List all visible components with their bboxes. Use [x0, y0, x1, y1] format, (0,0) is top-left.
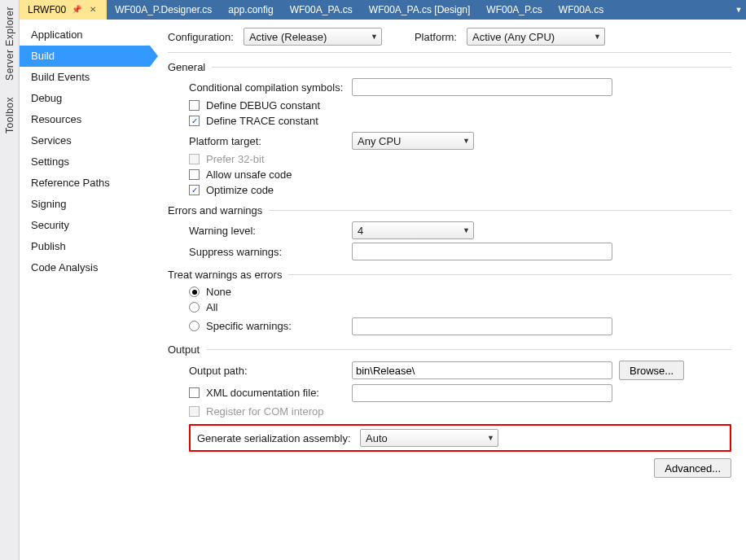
advanced-button[interactable]: Advanced...	[654, 458, 731, 478]
checkbox-icon	[189, 116, 200, 126]
tab-label: LRWF00	[28, 0, 66, 20]
project-properties: Application Build Build Events Debug Res…	[20, 20, 746, 560]
xml-doc-checkbox[interactable]: XML documentation file:	[189, 387, 352, 399]
chevron-down-icon: ▼	[487, 434, 494, 442]
cat-code-analysis[interactable]: Code Analysis	[20, 257, 150, 278]
tab-designer[interactable]: WF00A_P.Designer.cs	[107, 0, 220, 20]
section-line	[288, 274, 731, 275]
gen-serialization-value: Auto	[366, 432, 388, 444]
platform-value: Active (Any CPU)	[472, 31, 555, 43]
divider	[168, 52, 731, 53]
define-debug-checkbox[interactable]: Define DEBUG constant	[189, 99, 731, 112]
checkbox-icon	[189, 100, 200, 111]
server-explorer-tab[interactable]: Server Explorer	[2, 0, 17, 87]
treat-all-radio[interactable]: All	[189, 301, 731, 313]
tab-pa-design[interactable]: WF00A_PA.cs [Design]	[361, 0, 479, 20]
configuration-combo[interactable]: Active (Release) ▼	[244, 28, 382, 46]
cat-build-events[interactable]: Build Events	[20, 67, 150, 88]
treat-specific-label: Specific warnings:	[206, 320, 292, 332]
warning-level-value: 4	[358, 225, 363, 237]
treat-none-radio[interactable]: None	[189, 286, 731, 298]
category-sidebar: Application Build Build Events Debug Res…	[20, 20, 150, 560]
cat-build[interactable]: Build	[20, 46, 150, 67]
chevron-down-icon: ▼	[371, 33, 378, 41]
cond-sym-input[interactable]	[352, 78, 612, 96]
platform-combo[interactable]: Active (Any CPU) ▼	[467, 28, 605, 46]
define-trace-checkbox[interactable]: Define TRACE constant	[189, 115, 731, 127]
checkbox-icon	[189, 185, 200, 195]
define-debug-label: Define DEBUG constant	[206, 99, 320, 112]
tab-label: WF00A_P.Designer.cs	[115, 0, 212, 20]
section-output-label: Output	[168, 343, 200, 356]
tab-label: WF00A.cs	[559, 0, 603, 20]
tab-p-cs[interactable]: WF00A_P.cs	[478, 0, 550, 20]
gen-serialization-combo[interactable]: Auto ▼	[360, 429, 498, 447]
tab-label: WF00A_PA.cs	[290, 0, 353, 20]
allow-unsafe-label: Allow unsafe code	[206, 168, 292, 181]
section-treat-label: Treat warnings as errors	[168, 269, 282, 281]
browse-button[interactable]: Browse...	[619, 361, 684, 380]
toolbox-tab[interactable]: Toolbox	[2, 90, 17, 140]
output-path-input[interactable]	[352, 361, 612, 379]
treat-none-label: None	[206, 286, 231, 298]
suppress-warn-input[interactable]	[352, 243, 612, 260]
cat-debug[interactable]: Debug	[20, 88, 150, 109]
platform-target-combo[interactable]: Any CPU ▼	[352, 132, 474, 150]
optimize-code-label: Optimize code	[206, 184, 274, 196]
config-platform-row: Configuration: Active (Release) ▼ Platfo…	[168, 28, 731, 46]
tabstrip-overflow-button[interactable]: ▼	[731, 0, 746, 20]
generate-serialization-row: Generate serialization assembly: Auto ▼	[189, 424, 731, 452]
checkbox-icon	[189, 387, 200, 398]
checkbox-icon	[189, 154, 200, 164]
warning-level-combo[interactable]: 4 ▼	[352, 221, 474, 239]
section-line	[269, 210, 731, 211]
prefer-32bit-checkbox: Prefer 32-bit	[189, 153, 731, 165]
section-line	[206, 349, 731, 350]
document-tabstrip: LRWF00 📌 ✕ WF00A_P.Designer.cs app.confi…	[20, 0, 746, 20]
cat-security[interactable]: Security	[20, 215, 150, 236]
cat-resources[interactable]: Resources	[20, 109, 150, 130]
tool-window-strip: Server Explorer Toolbox	[0, 0, 20, 560]
treat-specific-radio[interactable]: Specific warnings:	[189, 320, 352, 332]
suppress-warn-label: Suppress warnings:	[189, 246, 352, 258]
section-output: Output	[168, 343, 731, 356]
tab-label: app.config	[228, 0, 273, 20]
section-errors-label: Errors and warnings	[168, 204, 262, 217]
build-settings-pane: Configuration: Active (Release) ▼ Platfo…	[150, 20, 746, 560]
tab-pa-cs[interactable]: WF00A_PA.cs	[282, 0, 361, 20]
cat-publish[interactable]: Publish	[20, 236, 150, 257]
section-treat: Treat warnings as errors	[168, 269, 731, 281]
section-general: General	[168, 61, 731, 73]
warning-level-label: Warning level:	[189, 225, 352, 237]
pin-icon[interactable]: 📌	[71, 4, 82, 15]
tab-label: WF00A_P.cs	[486, 0, 542, 20]
optimize-code-checkbox[interactable]: Optimize code	[189, 184, 731, 196]
tab-wf00a-cs[interactable]: WF00A.cs	[551, 0, 612, 20]
allow-unsafe-checkbox[interactable]: Allow unsafe code	[189, 168, 731, 181]
cat-application[interactable]: Application	[20, 24, 150, 46]
close-icon[interactable]: ✕	[87, 4, 99, 15]
chevron-down-icon: ▼	[594, 33, 601, 41]
treat-specific-input[interactable]	[352, 317, 612, 335]
checkbox-icon	[189, 406, 200, 417]
checkbox-icon	[189, 169, 200, 180]
radio-icon	[189, 321, 200, 331]
section-errors: Errors and warnings	[168, 204, 731, 217]
section-line	[212, 67, 731, 68]
platform-target-value: Any CPU	[358, 135, 401, 147]
section-general-label: General	[168, 61, 205, 73]
cat-settings[interactable]: Settings	[20, 151, 150, 173]
configuration-label: Configuration:	[168, 31, 234, 43]
chevron-down-icon: ▼	[463, 137, 470, 145]
radio-icon	[189, 287, 200, 297]
output-path-label: Output path:	[189, 365, 352, 377]
tab-lrwf00[interactable]: LRWF00 📌 ✕	[20, 0, 107, 20]
xml-doc-label: XML documentation file:	[206, 387, 319, 399]
cat-reference-paths[interactable]: Reference Paths	[20, 173, 150, 194]
cat-signing[interactable]: Signing	[20, 194, 150, 215]
tab-appconfig[interactable]: app.config	[220, 0, 281, 20]
define-trace-label: Define TRACE constant	[206, 115, 318, 127]
xml-doc-input[interactable]	[352, 384, 612, 402]
tab-label: WF00A_PA.cs [Design]	[369, 0, 471, 20]
cat-services[interactable]: Services	[20, 130, 150, 151]
